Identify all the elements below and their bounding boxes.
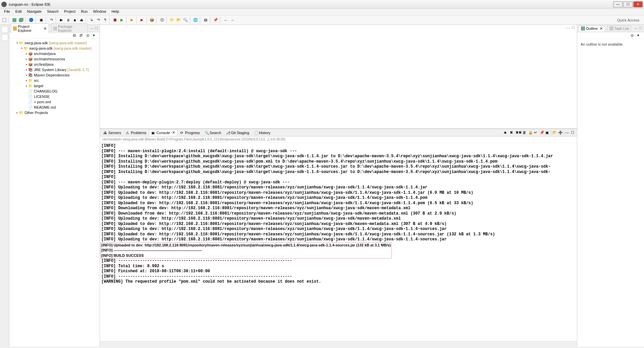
tree-license[interactable]: 📄LICENSE	[12, 94, 100, 99]
console-new-icon[interactable]: ➕	[558, 130, 563, 135]
tree-jre-library[interactable]: ▸📚JRE System Library [JavaSE-1.7]	[12, 67, 100, 72]
project-tree[interactable]: ▾📁xwcg-java-sdk [xwcg-java-sdk master] ▾…	[9, 39, 100, 347]
new-icon[interactable]	[1, 17, 7, 23]
console-terminate-icon[interactable]: ■	[504, 130, 509, 135]
tree-project-module[interactable]: ▾📁xwcg-java-sdk [xwcg-java-sdk master]	[12, 46, 100, 51]
progress-icon: ⟳	[180, 131, 184, 135]
disconnect-icon[interactable]: ⏏	[78, 17, 85, 23]
console-pin-icon[interactable]: 📌	[540, 130, 544, 135]
close-button[interactable]: ✕	[633, 1, 643, 7]
tab-problems[interactable]: ⚠Problems	[124, 130, 148, 135]
maximize-view-icon[interactable]: ☐	[95, 26, 98, 31]
tree-src-test-java[interactable]: ▸📦src/test/java	[12, 62, 100, 67]
tree-target[interactable]: ▸📁target	[12, 83, 100, 89]
console-display-icon[interactable]: ▣	[545, 130, 550, 135]
editor-minimize-icon[interactable]: —	[566, 25, 570, 30]
focus-icon[interactable]: ◎	[86, 33, 91, 38]
stop-icon[interactable]: ■	[72, 17, 78, 23]
tab-search[interactable]: 🔍Search	[203, 130, 223, 135]
tree-changelog[interactable]: 📄CHANGELOG	[12, 89, 100, 94]
console-max-icon[interactable]: ☐	[571, 130, 576, 135]
tab-git[interactable]: ⎇Git Staging	[224, 130, 251, 135]
package-icon	[53, 26, 57, 31]
pin-icon[interactable]: 📌	[213, 17, 219, 23]
tab-package-explorer[interactable]: Package Explorer	[51, 23, 88, 33]
browser-icon[interactable]: 🌐	[193, 17, 199, 23]
runlast-icon[interactable]: ▶	[129, 17, 135, 23]
editor-maximize-icon[interactable]: ☐	[572, 25, 575, 30]
menu-run[interactable]: Run	[78, 9, 90, 15]
skip-icon[interactable]: ↷	[48, 17, 54, 23]
menu-window[interactable]: Window	[90, 9, 109, 15]
console-clear-icon[interactable]: 🗑	[523, 130, 527, 135]
tree-src[interactable]: ▸📁src	[12, 78, 100, 83]
coverage-icon[interactable]: ▶	[139, 17, 145, 23]
link-editor-icon[interactable]: ⇄	[79, 33, 84, 38]
tree-maven-deps[interactable]: ▸📚Maven Dependencies	[12, 72, 100, 78]
menu-search[interactable]: Search	[44, 9, 61, 15]
collapse-all-icon[interactable]: ⊟	[73, 33, 77, 38]
tab-close-icon[interactable]: ✕	[44, 26, 47, 31]
tree-pom[interactable]: 📄> pom.xml	[12, 99, 100, 105]
search-icon[interactable]: 🔍	[182, 17, 189, 23]
menu-navigate[interactable]: Navigate	[24, 9, 44, 15]
folder2-icon[interactable]: 📂	[176, 17, 182, 23]
outline-menu-icon[interactable]: ▾	[637, 33, 642, 38]
console-min-icon[interactable]: —	[565, 130, 570, 135]
back-icon[interactable]: ←	[223, 17, 229, 23]
stepover-icon[interactable]: ↷	[95, 17, 101, 23]
perspective-java-icon[interactable]	[1, 26, 8, 33]
stepreturn-icon[interactable]: ↰	[102, 17, 108, 23]
console-hscroll[interactable]	[100, 341, 577, 347]
saveall-icon[interactable]	[18, 17, 24, 23]
outline-min-icon[interactable]: —	[634, 26, 638, 31]
outline-focus-icon[interactable]: ◎	[631, 33, 635, 38]
perspective-debug-icon[interactable]	[1, 34, 8, 41]
tree-src-main-java[interactable]: ▸📦src/main/java	[12, 51, 100, 56]
console-removeall-icon[interactable]: ✖✖	[516, 130, 520, 135]
maximize-button[interactable]: ☐	[623, 1, 633, 7]
console-output[interactable]: [INFO] [INFO] --- maven-install-plugin:2…	[100, 143, 577, 341]
minimize-button[interactable]: —	[613, 1, 623, 7]
menu-edit[interactable]: Edit	[13, 9, 24, 15]
tab-progress[interactable]: ⟳Progress	[178, 130, 202, 135]
save-icon[interactable]	[11, 17, 17, 23]
tab-history[interactable]: 🕘History	[252, 130, 272, 135]
view-menu-icon[interactable]: ▾	[93, 33, 98, 38]
svg-rect-4	[13, 26, 17, 31]
quick-access[interactable]: Quick Access	[617, 18, 643, 22]
folder-icon[interactable]: 📁	[169, 17, 175, 23]
tree-project-root[interactable]: ▾📁xwcg-java-sdk [xwcg-java-sdk master]	[12, 40, 100, 46]
fwd-icon[interactable]: →	[229, 17, 235, 23]
stepinto-icon[interactable]: ↳	[89, 17, 95, 23]
minimize-view-icon[interactable]: —	[90, 26, 94, 31]
menu-project[interactable]: Project	[61, 9, 78, 15]
newpkg-icon[interactable]: 📦	[149, 17, 155, 23]
tab-project-explorer[interactable]: Project Explorer ✕	[11, 23, 49, 33]
perspective-icon[interactable]: 🔵	[28, 17, 34, 23]
tree-other-projects[interactable]: ▸📁Other Projects	[12, 110, 100, 115]
console-wrap-icon[interactable]: ↵	[534, 130, 539, 135]
run-icon[interactable]: ▶	[119, 17, 125, 23]
tab-close-icon[interactable]: ✕	[171, 130, 175, 135]
pause-icon[interactable]: ⏸	[65, 17, 71, 23]
tab-tasklist[interactable]: Task List	[607, 25, 631, 31]
launch-icon[interactable]: ▤	[203, 17, 209, 23]
console-open-icon[interactable]: 📂	[552, 130, 557, 135]
menu-help[interactable]: Help	[109, 9, 122, 15]
console-scroll-icon[interactable]: 🔒	[528, 130, 533, 135]
tree-readme[interactable]: 📄README.md	[12, 105, 100, 110]
tab-close-icon[interactable]: ✕	[599, 26, 603, 31]
tree-src-main-resources[interactable]: ▸📦src/main/resources	[12, 56, 100, 62]
tab-console[interactable]: ▣Console ✕	[149, 129, 177, 136]
project-explorer-panel: Project Explorer ✕ Package Explorer — ☐ …	[9, 25, 100, 347]
resume-icon[interactable]: ▶	[58, 17, 64, 23]
menu-file[interactable]: File	[1, 9, 13, 15]
tab-servers[interactable]: 🖧Servers	[101, 130, 123, 135]
outline-max-icon[interactable]: ☐	[639, 26, 643, 31]
tab-outline[interactable]: Outline ✕	[579, 25, 605, 32]
debug-icon[interactable]: 🐞	[112, 17, 118, 23]
console-remove-icon[interactable]: ✖	[510, 130, 515, 135]
terminal-icon[interactable]: ▣	[38, 17, 44, 23]
newclass-icon[interactable]: Ⓒ	[159, 17, 165, 23]
